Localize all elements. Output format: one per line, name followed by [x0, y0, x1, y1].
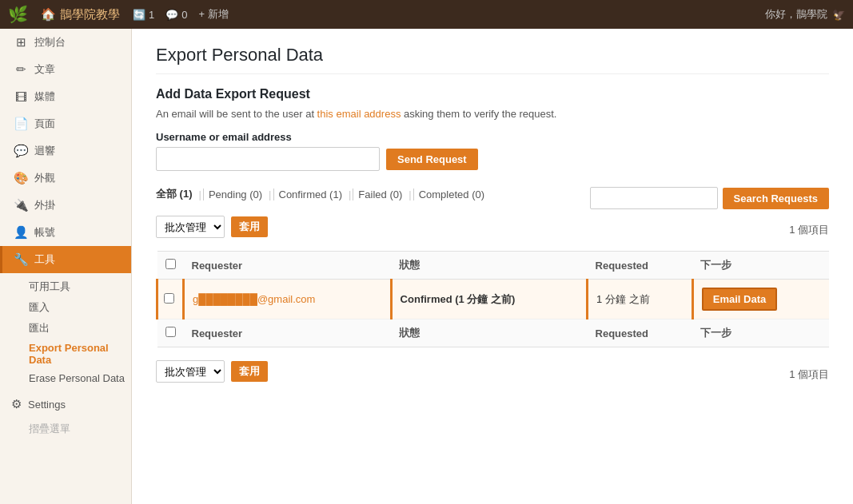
updates-badge[interactable]: 🔄 1	[133, 9, 154, 21]
apply-button-bottom[interactable]: 套用	[231, 361, 268, 382]
col-requested: Requested	[588, 252, 693, 280]
col-requested-bottom: Requested	[588, 319, 693, 347]
username-email-input[interactable]	[156, 147, 380, 171]
sidebar-sub-erase-personal-data[interactable]: Erase Personal Data	[29, 369, 131, 387]
send-request-form: Send Request	[156, 147, 829, 171]
filter-confirmed[interactable]: Confirmed (1)	[273, 189, 347, 200]
settings-icon: ⚙	[11, 397, 22, 411]
bulk-select-bottom[interactable]: 批次管理	[156, 360, 225, 383]
col-next-step: 下一步	[692, 252, 829, 280]
count-label-bottom: 1 個項目	[789, 367, 829, 382]
tools-icon: 🔧	[14, 252, 28, 267]
topbar-greeting: 你好，鵲學院 🦅	[765, 7, 845, 22]
filter-pending[interactable]: Pending (0)	[203, 189, 267, 200]
plugins-icon: 🔌	[14, 198, 28, 212]
select-all-checkbox-bottom[interactable]	[165, 327, 176, 337]
sidebar-item-dashboard[interactable]: ⊞ 控制台	[0, 29, 131, 56]
sidebar-sub-export-personal-data[interactable]: Export Personal Data	[29, 339, 131, 369]
filter-bar: 全部 (1) | Pending (0) | Confirmed (1) | F…	[156, 187, 587, 201]
count-label-top: 1 個項目	[789, 223, 829, 237]
sidebar-item-comments[interactable]: 💬 迴響	[0, 137, 131, 165]
filter-all[interactable]: 全部 (1)	[156, 187, 193, 201]
tools-submenu: 可用工具 匯入 匯出 Export Personal Data Erase Pe…	[0, 273, 131, 391]
sidebar-item-appearance[interactable]: 🎨 外觀	[0, 165, 131, 192]
sidebar-sub-available-tools[interactable]: 可用工具	[29, 276, 131, 297]
col-status: 狀態	[391, 252, 587, 280]
search-area: Search Requests	[590, 187, 830, 209]
this-link[interactable]: this email address	[317, 108, 401, 120]
search-requests-button[interactable]: Search Requests	[723, 188, 830, 209]
filter-failed[interactable]: Failed (0)	[353, 189, 407, 200]
col-next-step-bottom: 下一步	[692, 319, 829, 347]
table-row: g████████@gmail.com Confirmed (1 分鐘 之前) …	[157, 280, 830, 319]
sidebar-sub-export[interactable]: 匯出	[29, 318, 131, 339]
filter-completed[interactable]: Completed (0)	[413, 189, 489, 200]
site-name[interactable]: 🏠 鵲學院教學	[41, 7, 120, 22]
new-button[interactable]: + 新增	[198, 7, 228, 22]
bulk-bar-top: 批次管理 套用	[156, 216, 268, 238]
dashboard-icon: ⊞	[14, 35, 28, 50]
posts-icon: ✏	[14, 62, 28, 77]
media-icon: 🎞	[14, 90, 28, 104]
sidebar-collapse[interactable]: 摺疊選單	[0, 418, 131, 440]
page-title: Export Personal Data	[156, 45, 829, 74]
users-icon: 👤	[14, 225, 28, 240]
search-requests-input[interactable]	[590, 187, 718, 209]
requester-email[interactable]: g████████@gmail.com	[193, 293, 315, 305]
sidebar-item-media[interactable]: 🎞 媒體	[0, 83, 131, 110]
data-table: Requester 狀態 Requested 下一步 g████████@gma…	[156, 251, 829, 347]
requested-cell: 1 分鐘 之前	[588, 280, 693, 319]
topbar: 🌿 🏠 鵲學院教學 🔄 1 💬 0 + 新增 你好，鵲學院 🦅	[0, 0, 853, 29]
comments-icon: 💬	[14, 144, 28, 158]
bulk-select-top[interactable]: 批次管理	[156, 216, 225, 238]
sidebar-item-pages[interactable]: 📄 頁面	[0, 110, 131, 137]
send-request-button[interactable]: Send Request	[386, 149, 478, 170]
row-checkbox[interactable]	[164, 293, 174, 304]
topbar-meta: 🔄 1 💬 0 + 新增	[133, 7, 229, 22]
col-requester-bottom: Requester	[184, 319, 392, 347]
col-status-bottom: 狀態	[391, 319, 587, 347]
sidebar-sub-import[interactable]: 匯入	[29, 297, 131, 318]
sidebar-item-users[interactable]: 👤 帳號	[0, 219, 131, 246]
main-content: Export Personal Data Add Data Export Req…	[132, 29, 853, 504]
appearance-icon: 🎨	[14, 171, 28, 185]
sidebar-item-posts[interactable]: ✏ 文章	[0, 56, 131, 83]
bulk-bar-bottom: 批次管理 套用	[156, 360, 268, 383]
status-cell: Confirmed (1 分鐘 之前)	[401, 293, 516, 305]
sidebar: ⊞ 控制台 ✏ 文章 🎞 媒體 📄 頁面 💬 迴響 🎨 外觀 🔌 外掛 👤	[0, 29, 132, 504]
sidebar-item-tools[interactable]: 🔧 工具	[0, 246, 131, 273]
sidebar-item-plugins[interactable]: 🔌 外掛	[0, 192, 131, 219]
pages-icon: 📄	[14, 117, 28, 131]
sidebar-item-settings[interactable]: ⚙ Settings	[0, 391, 131, 418]
col-requester: Requester	[184, 252, 392, 280]
email-data-button[interactable]: Email Data	[702, 288, 777, 311]
apply-button-top[interactable]: 套用	[231, 216, 268, 237]
select-all-checkbox[interactable]	[165, 259, 176, 269]
wp-logo[interactable]: 🌿	[8, 5, 28, 24]
description: An email will be sent to the user at thi…	[156, 108, 829, 120]
form-label: Username or email address	[156, 131, 829, 143]
comments-badge[interactable]: 💬 0	[165, 9, 187, 21]
add-section-title: Add Data Export Request	[156, 87, 829, 101]
